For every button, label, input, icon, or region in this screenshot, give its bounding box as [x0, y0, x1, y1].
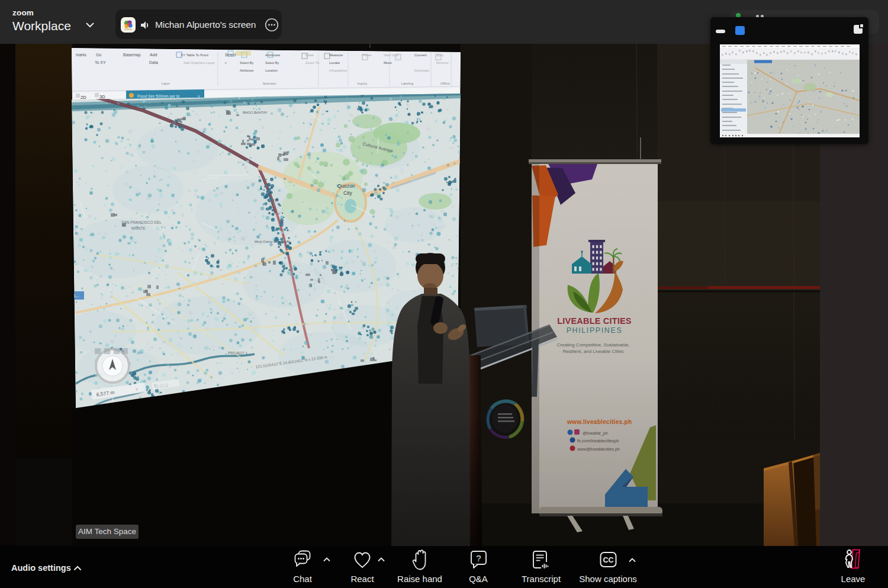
svg-text:Download: Download [414, 69, 429, 72]
svg-text:More: More [384, 61, 392, 65]
svg-text:Offline: Offline [440, 82, 450, 85]
svg-text:Basemap: Basemap [123, 53, 141, 57]
svg-text:Data: Data [149, 60, 158, 65]
svg-text:Labeling: Labeling [401, 82, 414, 85]
svg-text:Layer: Layer [162, 82, 170, 85]
svg-text:To XY: To XY [95, 60, 106, 65]
svg-text:Location: Location [265, 69, 278, 72]
svg-text:Select By: Select By [265, 61, 279, 65]
svg-text:Infographics: Infographics [329, 69, 347, 72]
svg-text:Pause: Pause [362, 53, 372, 57]
svg-text:Measure: Measure [329, 53, 343, 57]
svg-text:Attributes: Attributes [240, 69, 253, 72]
svg-text:1...: 1... [73, 294, 79, 298]
svg-text:Add Graphics Layer: Add Graphics Layer [184, 61, 215, 65]
svg-text:3D: 3D [99, 94, 105, 99]
svg-text:Clear: Clear [305, 53, 314, 57]
svg-text:Add: Add [150, 53, 157, 57]
svg-text:Locate: Locate [329, 61, 340, 65]
svg-text:?: ? [476, 553, 481, 563]
svg-text:Remove: Remove [436, 61, 448, 65]
svg-text:Go: Go [96, 53, 101, 57]
svg-text:View Unpl: View Unpl [384, 53, 398, 57]
svg-text:Sync: Sync [436, 53, 443, 57]
svg-text:Select By: Select By [240, 61, 253, 65]
svg-text:CC: CC [603, 556, 613, 564]
svg-text:Selection: Selection [263, 82, 276, 85]
svg-text:XY Table To Point: XY Table To Point [181, 53, 208, 57]
svg-text:Inquiry: Inquiry [358, 82, 368, 85]
svg-text:marks: marks [76, 53, 86, 57]
svg-text:Convert: Convert [414, 53, 427, 57]
svg-text:Zoom To: Zoom To [305, 61, 320, 65]
